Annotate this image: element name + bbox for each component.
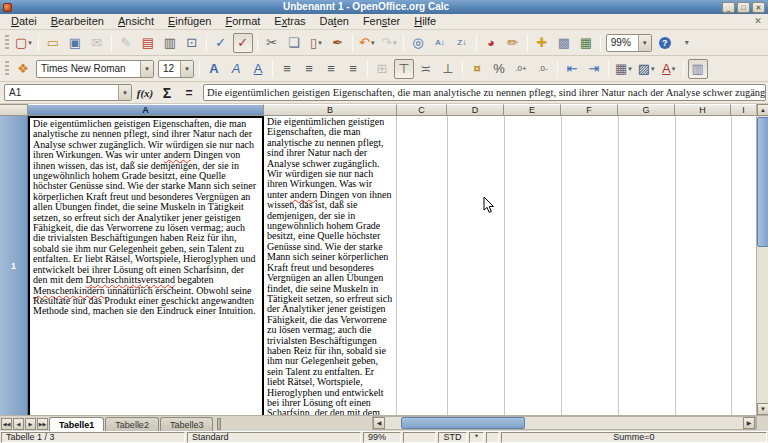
toolbar-grip[interactable] — [5, 35, 9, 51]
function-wizard-button[interactable]: f(x) — [135, 84, 155, 101]
column-header-B[interactable]: B — [264, 104, 397, 116]
sheet-nav-next-icon[interactable]: ▶ — [25, 418, 36, 430]
scroll-up-icon[interactable]: ▲ — [757, 104, 768, 116]
number-format-currency-icon[interactable]: ¤ — [467, 59, 487, 79]
function-button[interactable]: = — [179, 84, 199, 101]
undo-dropdown-icon[interactable]: ▾ — [371, 39, 375, 47]
spellcheck-icon[interactable]: ✓ — [211, 33, 231, 53]
row-header-1[interactable]: 1 — [0, 116, 28, 415]
menu-bearbeiten[interactable]: Bearbeiten — [44, 14, 111, 29]
align-top-icon[interactable]: ⊤ — [394, 59, 414, 79]
sort-ascending-icon[interactable]: A↓ — [430, 33, 450, 53]
close-icon[interactable]: ✕ — [752, 2, 765, 13]
page-preview-icon[interactable]: ⊡ — [182, 33, 202, 53]
menu-format[interactable]: Format — [218, 14, 267, 29]
italic-icon[interactable]: A — [226, 59, 246, 79]
copy-icon[interactable]: ❏ — [284, 33, 304, 53]
sheet-nav-last-icon[interactable]: ▶▶ — [37, 418, 48, 430]
scroll-down-icon[interactable]: ▼ — [757, 403, 768, 415]
background-color-dropdown-icon[interactable]: ▾ — [651, 65, 655, 73]
sheet-nav-first-icon[interactable]: ◀◀ — [1, 418, 12, 430]
status-zoom[interactable]: 99% — [363, 432, 401, 443]
scroll-left-icon[interactable]: ◀ — [373, 417, 385, 429]
paste-dropdown-icon[interactable]: ▾ — [318, 39, 322, 47]
align-vertical-center-icon[interactable]: ≍ — [416, 59, 436, 79]
column-header-E[interactable]: E — [504, 104, 561, 116]
export-pdf-icon[interactable]: ▤ — [138, 33, 158, 53]
name-box[interactable]: A1 ▾ — [4, 84, 132, 101]
name-box-dropdown-icon[interactable]: ▾ — [118, 85, 131, 100]
toolbar-grip[interactable] — [5, 61, 9, 77]
cell-A1-selected[interactable]: Die eigentümlichen geistigen Eigenschaft… — [28, 116, 264, 415]
open-folder-icon[interactable]: ▭ — [43, 33, 63, 53]
add-decimal-place-icon[interactable]: .0+ — [511, 59, 531, 79]
new-document-icon[interactable]: ▢▾ — [13, 33, 34, 53]
sheet-tab-tabelle2[interactable]: Tabelle2 — [105, 417, 159, 431]
menu-hilfe[interactable]: Hilfe — [407, 14, 443, 29]
cell-B1[interactable]: Die eigentümlichen geistigen Eigenschaft… — [264, 116, 397, 415]
status-sum[interactable]: Summe=0 — [501, 432, 767, 443]
align-justified-icon[interactable]: ≡ — [343, 59, 363, 79]
align-right-icon[interactable]: ≡ — [321, 59, 341, 79]
tab-scrollbar-splitter[interactable] — [217, 418, 221, 430]
bold-icon[interactable]: A — [204, 59, 224, 79]
column-header-C[interactable]: C — [397, 104, 447, 116]
cut-icon[interactable]: ✂ — [262, 33, 282, 53]
zoom-combo-dropdown-icon[interactable]: ▾ — [638, 35, 651, 51]
font-name-combo[interactable]: Times New Roman▾ — [36, 60, 154, 78]
help-icon[interactable]: ? — [655, 33, 675, 53]
column-header-H[interactable]: H — [675, 104, 731, 116]
select-all-corner[interactable] — [0, 104, 28, 116]
menu-ansicht[interactable]: Ansicht — [111, 14, 161, 29]
horizontal-scrollbar[interactable]: ◀ ▶ — [372, 416, 756, 430]
font-size-combo[interactable]: 12▾ — [158, 60, 194, 78]
increase-indent-icon[interactable]: ⇥ — [584, 59, 604, 79]
borders-icon[interactable]: ▦▾ — [613, 59, 634, 79]
hyperlink-icon[interactable]: ◎ — [408, 33, 428, 53]
column-header-D[interactable]: D — [447, 104, 504, 116]
background-color-icon[interactable]: ▨▾ — [636, 59, 657, 79]
styles-and-formatting-icon[interactable]: ❖ — [13, 59, 33, 79]
align-bottom-icon[interactable]: ⊥ — [438, 59, 458, 79]
vertical-scrollbar-thumb[interactable] — [757, 117, 768, 247]
decrease-indent-icon[interactable]: ⇤ — [562, 59, 582, 79]
undo-icon[interactable]: ↶▾ — [357, 33, 377, 53]
delete-decimal-place-icon[interactable]: .0- — [533, 59, 553, 79]
text-direction-left-to-right-icon[interactable]: ▥ — [688, 59, 708, 79]
paste-icon[interactable]: ▯▾ — [306, 33, 326, 53]
format-paintbrush-icon[interactable]: ✒ — [328, 33, 348, 53]
menu-daten[interactable]: Daten — [313, 14, 356, 29]
horizontal-scrollbar-thumb[interactable] — [401, 417, 525, 429]
print-icon[interactable]: ▥ — [160, 33, 180, 53]
font-color-dropdown-icon[interactable]: ▾ — [672, 65, 676, 73]
insert-chart-icon[interactable]: ◕ — [481, 33, 501, 53]
navigator-icon[interactable]: ✚ — [532, 33, 552, 53]
column-header-G[interactable]: G — [618, 104, 675, 116]
sheet-tab-tabelle1[interactable]: Tabelle1 — [49, 417, 104, 431]
menu-datei[interactable]: Datei — [4, 14, 44, 29]
data-sources-icon[interactable]: ▦ — [576, 33, 596, 53]
font-size-combo-dropdown-icon[interactable]: ▾ — [180, 61, 193, 77]
column-header-F[interactable]: F — [561, 104, 618, 116]
font-name-combo-dropdown-icon[interactable]: ▾ — [140, 61, 153, 77]
sort-descending-icon[interactable]: Z↓ — [452, 33, 472, 53]
toolbar-options-icon[interactable]: ▾ — [677, 33, 697, 53]
scroll-right-icon[interactable]: ▶ — [743, 417, 755, 429]
sheet-nav-previous-icon[interactable]: ◀ — [13, 418, 24, 430]
auto-spellcheck-icon[interactable]: ✓ — [233, 33, 253, 53]
status-insert-mode[interactable]: STD — [438, 432, 467, 443]
column-header-I[interactable]: I — [731, 104, 757, 116]
close-document-icon[interactable]: ✕ — [752, 15, 764, 27]
sum-button[interactable]: Σ — [157, 84, 177, 101]
borders-dropdown-icon[interactable]: ▾ — [628, 65, 632, 73]
font-color-icon[interactable]: A▾ — [659, 59, 679, 79]
redo-dropdown-icon[interactable]: ▾ — [393, 39, 397, 47]
menu-einfgen[interactable]: Einfügen — [161, 14, 218, 29]
column-header-A[interactable]: A — [28, 104, 264, 116]
save-icon[interactable]: ▣ — [65, 33, 85, 53]
menu-extras[interactable]: Extras — [267, 14, 312, 29]
status-page-style[interactable]: Standard — [187, 432, 361, 443]
minimize-icon[interactable]: _ — [722, 2, 735, 13]
number-format-percent-icon[interactable]: % — [489, 59, 509, 79]
gallery-icon[interactable]: ▩ — [554, 33, 574, 53]
